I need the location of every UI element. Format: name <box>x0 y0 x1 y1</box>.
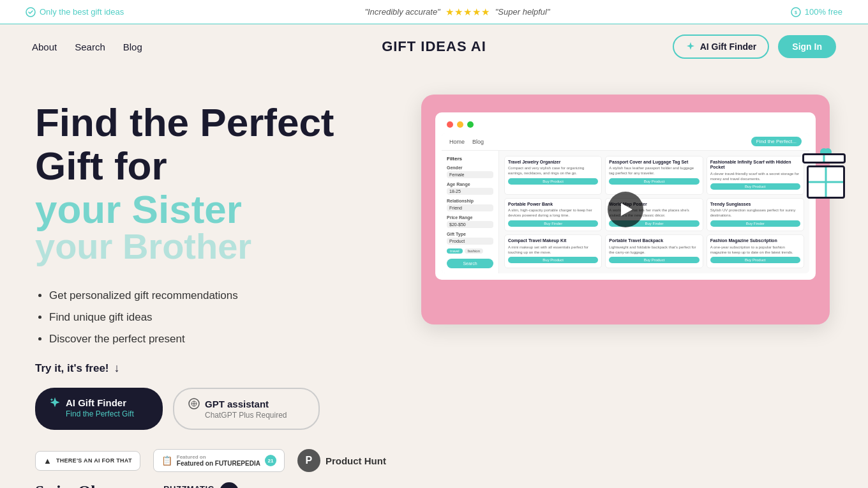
nav-links: About Search Blog <box>32 42 142 52</box>
ai-for-that-badge: ▲ THERE'S AN AI FOR THAT <box>35 451 140 471</box>
ai-for-that-label: THERE'S AN AI FOR THAT <box>56 457 132 464</box>
price-label: Price Range <box>447 215 493 220</box>
review-post: "Super helpful" <box>495 7 550 17</box>
futurepedia-label: Featured on FUTUREPEDIA <box>177 460 260 467</box>
mini-card: Passport Cover and Luggage Tag Set A sty… <box>605 156 703 195</box>
gift-decoration <box>803 159 849 205</box>
mini-card-desc: A clever travel-friendly scarf with a se… <box>710 172 800 182</box>
mini-card: Portable Travel Backpack Lightweight and… <box>605 234 703 268</box>
banner-stars: ★★★★★ <box>445 6 490 18</box>
mini-card-title: Passport Cover and Luggage Tag Set <box>609 160 699 165</box>
nav-blog[interactable]: Blog <box>123 42 142 52</box>
tag-2: fashion <box>465 248 483 254</box>
mini-card-button[interactable]: Buy Product <box>508 257 598 263</box>
product-hunt-badge: P Product Hunt <box>297 449 386 472</box>
mini-card-desc: A mini makeup set with all essentials pe… <box>508 245 598 255</box>
mini-card-title: Portable Travel Backpack <box>609 238 699 243</box>
mini-sidebar: Filters Gender Female Age Range 18-25 Re… <box>442 151 499 273</box>
sparkle-icon <box>685 42 696 52</box>
banner-right: $ 100% free <box>791 7 842 17</box>
play-button[interactable] <box>608 192 643 227</box>
buzzmatic-name: BUZZMATIC <box>163 484 218 488</box>
filter-gifttype: Gift Type Product <box>447 232 493 245</box>
svg-text:$: $ <box>795 10 797 15</box>
hero-left: Find the Perfect Gift for your Sister yo… <box>35 95 393 488</box>
filter-gender: Gender Female <box>447 165 493 178</box>
mini-card-button[interactable]: Buy Product <box>710 257 800 263</box>
ai-gift-finder-button[interactable]: AI Gift Finder Find the Perfect Gift <box>35 388 163 430</box>
relationship-label: Relationship <box>447 199 493 203</box>
mini-card: Portable Power Bank A slim, high-capacit… <box>504 198 602 232</box>
banner-left-text: Only the best gift ideas <box>40 7 124 17</box>
mini-card-button[interactable]: Buy Finder <box>508 220 598 227</box>
animated-text-2: your Brother <box>35 227 393 266</box>
hero-bullets: Get personalized gift recommendations Fi… <box>35 285 393 350</box>
mini-card-button[interactable]: Buy Finder <box>710 220 800 227</box>
gender-select[interactable]: Female <box>447 171 493 178</box>
review-pre: "Incredibly accurate" <box>364 7 440 17</box>
age-select[interactable]: 18-25 <box>447 188 493 195</box>
mini-search-button[interactable]: Search <box>447 259 493 268</box>
arrow-down-icon: ↓ <box>114 362 120 375</box>
product-hunt-icon: P <box>297 449 320 472</box>
mini-card-button[interactable]: Buy Product <box>609 178 699 185</box>
mini-nav-links: Home Blog <box>449 139 484 145</box>
bullet-3: Discover the perfect present <box>49 328 393 350</box>
banner-right-text: 100% free <box>805 7 842 17</box>
animated-text-1: your Sister <box>35 187 242 231</box>
mini-grid: Travel Jewelry Organizer Compact and ver… <box>499 151 809 273</box>
hero-title-line1: Find the Perfect <box>35 100 334 144</box>
browser-bar <box>442 119 809 133</box>
banner-center: "Incredibly accurate" ★★★★★ "Super helpf… <box>364 6 550 18</box>
checkmark-icon <box>26 7 36 17</box>
mini-card: Trendy Sunglasses Stylish UV protection … <box>707 198 804 232</box>
mini-card-desc: Lightweight and foldable backpack that's… <box>609 245 699 255</box>
press-row: Swiss Observer BUZZMATIC SEARCH&SOCIAL <box>35 482 393 488</box>
browser-dot-yellow <box>457 121 463 128</box>
filter-age: Age Range 18-25 <box>447 182 493 195</box>
gpt-btn-sub-label: ChatGPT Plus Required <box>188 411 287 420</box>
cta-buttons: AI Gift Finder Find the Perfect Gift GPT… <box>35 388 393 430</box>
mini-card-desc: Stylish UV protection sunglasses perfect… <box>710 208 800 218</box>
hero-animated-name: your Sister your Brother <box>35 188 393 271</box>
bullet-2: Find unique gift ideas <box>49 307 393 328</box>
relationship-select[interactable]: Friend <box>447 204 493 211</box>
mini-card-title: Fashionable Infinity Scarf with Hidden P… <box>710 160 800 171</box>
mini-card-title: Travel Jewelry Organizer <box>508 160 598 165</box>
ai-btn-sub-label: Find the Perfect Gift <box>49 409 134 418</box>
mini-card: Fashion Magazine Subscription A one-year… <box>707 234 804 268</box>
futurepedia-pre: Featured on <box>177 454 260 460</box>
top-banner: Only the best gift ideas "Incredibly acc… <box>0 0 868 24</box>
cta-text-label: Try it, it's free! <box>35 362 109 375</box>
mini-card-button[interactable]: Buy Product <box>609 257 699 263</box>
buzzmatic-label: BUZZMATIC SEARCH&SOCIAL <box>163 482 239 488</box>
mini-nav-button[interactable]: Find the Perfect... <box>751 137 802 146</box>
mini-card: Fashionable Infinity Scarf with Hidden P… <box>707 156 804 195</box>
app-screenshot: Home Blog Find the Perfect... Filters Ge… <box>421 95 830 324</box>
mini-nav: Home Blog Find the Perfect... <box>442 133 809 151</box>
browser-dot-green <box>467 121 474 128</box>
gift-lid-ribbon <box>823 155 825 162</box>
mini-card-button[interactable]: Buy Product <box>710 183 800 190</box>
sidebar-title: Filters <box>447 156 493 162</box>
mini-card: Compact Travel Makeup Kit A mini makeup … <box>504 234 602 268</box>
gift-ribbon-v <box>825 167 827 197</box>
mini-card-desc: Compact and very stylish case for organi… <box>508 166 598 176</box>
gifttype-label: Gift Type <box>447 232 493 236</box>
banner-left: Only the best gift ideas <box>26 7 124 17</box>
gifttype-select[interactable]: Product <box>447 238 493 245</box>
free-icon: $ <box>791 7 801 17</box>
mini-card-desc: A slim, high-capacity portable charger t… <box>508 208 598 218</box>
nav-search[interactable]: Search <box>75 42 105 52</box>
mini-card-title: Portable Power Bank <box>508 202 598 207</box>
price-select[interactable]: $20-$50 <box>447 221 493 228</box>
gpt-assistant-button[interactable]: GPT assistant ChatGPT Plus Required <box>173 388 320 430</box>
signin-button[interactable]: Sign In <box>778 35 836 58</box>
ai-finder-nav-button[interactable]: AI Gift Finder <box>673 34 770 59</box>
nav-about[interactable]: About <box>32 42 57 52</box>
cta-text: Try it, it's free! ↓ <box>35 362 393 375</box>
mini-card-button[interactable]: Buy Product <box>508 178 598 185</box>
mini-nav-home: Home <box>449 139 465 145</box>
gpt-btn-main-label: GPT assistant <box>205 399 269 409</box>
mini-card: Travel Jewelry Organizer Compact and ver… <box>504 156 602 195</box>
